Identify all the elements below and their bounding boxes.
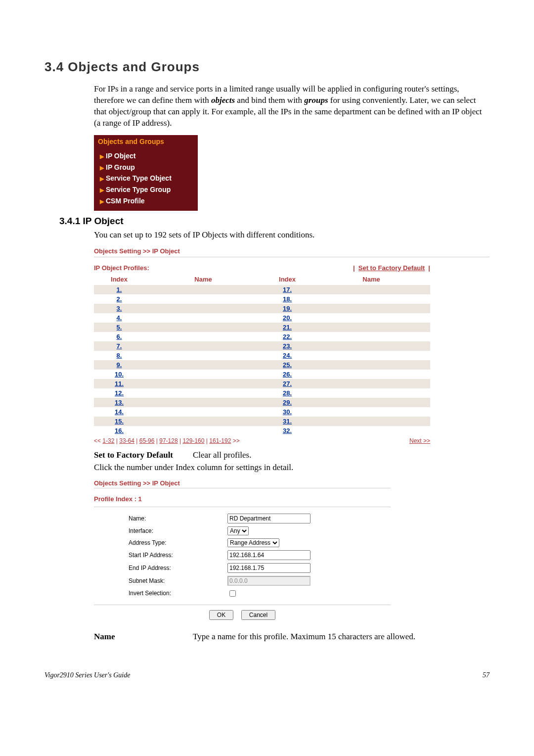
profile-index-link[interactable]: 6. <box>117 333 122 340</box>
profile-index-link[interactable]: 19. <box>283 305 292 312</box>
profile-index-link[interactable]: 2. <box>117 295 122 303</box>
triangle-icon: ▶ <box>100 187 104 193</box>
profile-index-link[interactable]: 12. <box>115 389 124 397</box>
profile-index-link[interactable]: 14. <box>115 408 124 416</box>
subsection-heading: 3.4.1 IP Object <box>59 216 490 227</box>
profile-index-link[interactable]: 13. <box>115 399 124 406</box>
profile-index-link[interactable]: 25. <box>283 361 292 369</box>
col-index: Index <box>262 274 312 285</box>
profile-index-link[interactable]: 21. <box>283 324 292 331</box>
pager-range-link[interactable]: 1-32 <box>102 437 114 444</box>
profile-index-link[interactable]: 31. <box>283 418 292 425</box>
triangle-icon: ▶ <box>100 176 104 182</box>
label-start-ip: Start IP Address: <box>129 552 227 559</box>
footer-guide-name: Vigor2910 Series User's Guide <box>44 671 130 679</box>
profile-index-link[interactable]: 18. <box>283 295 292 303</box>
address-type-select[interactable]: Range Address <box>227 538 279 547</box>
table-row: 11.27. <box>94 379 430 388</box>
pager-suffix: >> <box>233 437 240 444</box>
pager-range-link[interactable]: 65-96 <box>139 437 155 444</box>
profile-index-link[interactable]: 23. <box>283 342 292 350</box>
menu-title: Objects and Groups <box>94 135 198 148</box>
profile-form-panel: Objects Setting >> IP Object Profile Ind… <box>94 479 391 620</box>
profiles-title: IP Object Profiles: <box>94 264 149 272</box>
label-subnet: Subnet Mask: <box>129 577 227 584</box>
table-row: 15.31. <box>94 417 430 426</box>
interface-select[interactable]: Any <box>227 526 249 535</box>
profile-index-link[interactable]: 29. <box>283 399 292 406</box>
profile-index-link[interactable]: 4. <box>117 314 122 322</box>
table-row: 10.26. <box>94 370 430 379</box>
def-desc: Clear all profiles. <box>193 450 490 460</box>
page-number: 57 <box>483 671 490 679</box>
table-row: 16.32. <box>94 426 430 435</box>
pager-range-link[interactable]: 33-64 <box>119 437 134 444</box>
profile-index-link[interactable]: 30. <box>283 408 292 416</box>
col-name: Name <box>144 274 262 285</box>
profile-index-link[interactable]: 28. <box>283 389 292 397</box>
profile-index-title: Profile Index : 1 <box>94 495 391 503</box>
section-heading: 3.4 Objects and Groups <box>44 59 490 75</box>
end-ip-field[interactable] <box>227 563 311 573</box>
divider <box>94 257 490 257</box>
col-name: Name <box>312 274 430 285</box>
def-desc: Type a name for this profile. Maximum 15… <box>193 632 490 642</box>
profile-index-link[interactable]: 27. <box>283 380 292 387</box>
profile-index-link[interactable]: 15. <box>115 418 124 425</box>
pager-prev: << <box>94 437 101 444</box>
profile-index-link[interactable]: 1. <box>117 286 122 293</box>
click-note: Click the number under Index column for … <box>94 462 490 473</box>
objects-groups-menu: Objects and Groups ▶IP Object ▶IP Group … <box>94 135 198 211</box>
ok-button[interactable]: OK <box>209 610 233 620</box>
profile-index-link[interactable]: 5. <box>117 324 122 331</box>
table-row: 5.21. <box>94 323 430 332</box>
table-row: 7.23. <box>94 341 430 351</box>
triangle-icon: ▶ <box>100 198 104 204</box>
menu-item-ip-group[interactable]: ▶IP Group <box>97 162 195 173</box>
table-row: 1.17. <box>94 285 430 294</box>
cancel-button[interactable]: Cancel <box>241 610 275 620</box>
profile-index-link[interactable]: 20. <box>283 314 292 322</box>
def-term: Set to Factory Default <box>94 450 193 460</box>
subsection-intro: You can set up to 192 sets of IP Objects… <box>94 230 490 241</box>
label-name: Name: <box>129 515 227 522</box>
profile-index-link[interactable]: 17. <box>283 286 292 293</box>
ip-object-profiles-panel: IP Object Profiles: | Set to Factory Def… <box>94 264 430 444</box>
breadcrumb: Objects Setting >> IP Object <box>94 247 490 256</box>
profiles-table: Index Name Index Name 1.17.2.18.3.19.4.2… <box>94 274 430 435</box>
table-row: 12.28. <box>94 388 430 398</box>
profile-index-link[interactable]: 32. <box>283 427 292 434</box>
set-factory-default-link[interactable]: Set to Factory Default <box>358 264 425 272</box>
profile-index-link[interactable]: 8. <box>117 352 122 359</box>
pagination: << 1-32 | 33-64 | 65-96 | 97-128 | 129-1… <box>94 437 430 444</box>
next-page-link[interactable]: Next >> <box>409 437 430 444</box>
profile-index-link[interactable]: 7. <box>117 342 122 350</box>
menu-item-ip-object[interactable]: ▶IP Object <box>97 150 195 162</box>
profile-index-link[interactable]: 16. <box>115 427 124 434</box>
col-index: Index <box>94 274 144 285</box>
pager-range-link[interactable]: 161-192 <box>209 437 231 444</box>
name-field[interactable] <box>227 514 311 523</box>
pager-range-link[interactable]: 97-128 <box>159 437 178 444</box>
invert-selection-checkbox[interactable] <box>229 590 236 597</box>
start-ip-field[interactable] <box>227 550 311 560</box>
profile-index-link[interactable]: 24. <box>283 352 292 359</box>
pager-range-link[interactable]: 129-160 <box>182 437 204 444</box>
menu-item-csm-profile[interactable]: ▶CSM Profile <box>97 195 195 207</box>
breadcrumb: Objects Setting >> IP Object <box>94 479 391 487</box>
subnet-mask-field <box>227 576 311 586</box>
menu-item-service-type-object[interactable]: ▶Service Type Object <box>97 173 195 184</box>
menu-item-service-type-group[interactable]: ▶Service Type Group <box>97 184 195 195</box>
profile-index-link[interactable]: 11. <box>115 380 124 387</box>
profile-index-link[interactable]: 3. <box>117 305 122 312</box>
profile-index-link[interactable]: 10. <box>115 371 124 378</box>
profile-index-link[interactable]: 26. <box>283 371 292 378</box>
table-row: 13.29. <box>94 398 430 407</box>
table-row: 3.19. <box>94 304 430 313</box>
intro-paragraph: For IPs in a range and service ports in … <box>94 84 490 129</box>
profile-index-link[interactable]: 9. <box>117 361 122 369</box>
divider <box>94 488 391 488</box>
profile-index-link[interactable]: 22. <box>283 333 292 340</box>
label-interface: Interface: <box>129 527 227 534</box>
table-row: 8.24. <box>94 351 430 360</box>
